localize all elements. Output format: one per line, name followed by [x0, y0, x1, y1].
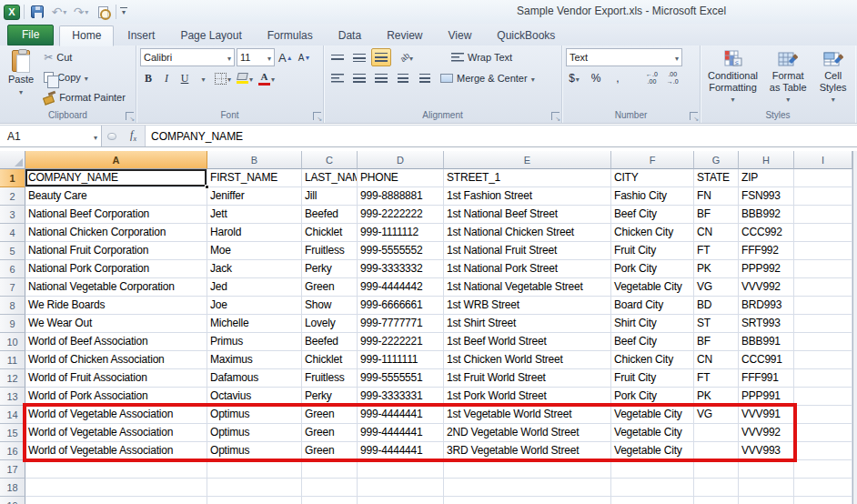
cell-B12[interactable]: Dafamous [207, 369, 302, 388]
cell-E8[interactable]: 1st WRB Street [444, 297, 611, 315]
column-header-C[interactable]: C [302, 151, 358, 169]
column-header-B[interactable]: B [207, 151, 302, 169]
orientation-button[interactable]: ab [393, 48, 420, 66]
cell-C17[interactable] [302, 460, 358, 479]
cell-I17[interactable] [794, 460, 852, 479]
print-preview-button[interactable] [94, 3, 112, 21]
cell-D15[interactable]: 999-4444441 [358, 424, 444, 442]
cell-H15[interactable]: VVV992 [739, 424, 794, 442]
cell-G7[interactable]: VG [694, 278, 739, 297]
column-header-H[interactable]: H [739, 151, 794, 169]
cell-A13[interactable]: World of Pork Association [25, 388, 207, 406]
align-right-button[interactable] [371, 69, 391, 87]
cell-I16[interactable] [794, 442, 852, 460]
bold-button[interactable]: B [140, 69, 156, 87]
cell-G18[interactable] [694, 479, 739, 497]
cell-D9[interactable]: 999-7777771 [358, 315, 444, 333]
cell-B6[interactable]: Jack [207, 260, 302, 278]
cell-G13[interactable]: PK [694, 388, 739, 406]
cell-I12[interactable] [794, 369, 852, 388]
cell-E12[interactable]: 1st Fruit World Street [444, 369, 611, 388]
cell-H6[interactable]: PPP992 [739, 260, 794, 278]
cell-I7[interactable] [794, 278, 852, 297]
decrease-indent-button[interactable] [393, 69, 413, 87]
cell-F12[interactable]: Fruit City [611, 369, 694, 388]
cell-H16[interactable]: VVV993 [739, 442, 794, 460]
cell-D17[interactable] [358, 460, 444, 479]
cell-F14[interactable]: Vegetable City [611, 406, 694, 424]
cell-F1[interactable]: CITY [611, 169, 694, 187]
cell-F13[interactable]: Pork City [611, 388, 694, 406]
cell-E17[interactable] [444, 460, 611, 479]
cut-button[interactable]: ✂Cut [41, 48, 128, 66]
cell-E14[interactable]: 1st Vegetable World Street [444, 406, 611, 424]
cell-H4[interactable]: CCC992 [739, 224, 794, 242]
cell-A5[interactable]: National Fruit Corporation [25, 242, 207, 260]
cell-G9[interactable]: ST [694, 315, 739, 333]
row-header-13[interactable]: 13 [0, 388, 25, 406]
cell-B3[interactable]: Jett [207, 206, 302, 224]
cell-I2[interactable] [794, 187, 852, 206]
copy-button[interactable]: Copy [41, 68, 128, 86]
column-header-I[interactable]: I [794, 151, 852, 169]
cell-C12[interactable]: Fruitless [302, 369, 358, 388]
underline-options-caret[interactable] [195, 69, 211, 87]
align-center-button[interactable] [349, 69, 369, 87]
cell-I14[interactable] [794, 406, 852, 424]
borders-button[interactable] [213, 69, 233, 87]
tab-home[interactable]: Home [59, 25, 114, 46]
cell-H1[interactable]: ZIP [739, 169, 794, 187]
cell-B15[interactable]: Optimus [207, 424, 302, 442]
cell-E18[interactable] [444, 479, 611, 497]
cell-F2[interactable]: Fashio City [611, 187, 694, 206]
cell-C10[interactable]: Beefed [302, 333, 358, 351]
cell-G6[interactable]: PK [694, 260, 739, 278]
cell-B17[interactable] [207, 460, 302, 479]
cell-A7[interactable]: National Vegetable Corporation [25, 278, 207, 297]
cell-E1[interactable]: STREET_1 [444, 169, 611, 187]
column-header-E[interactable]: E [444, 151, 611, 169]
cell-H8[interactable]: BRD993 [739, 297, 794, 315]
cell-I10[interactable] [794, 333, 852, 351]
bottom-align-button[interactable] [371, 48, 391, 66]
cell-D11[interactable]: 999-1111111 [358, 351, 444, 369]
comma-style-button[interactable]: , [610, 69, 626, 87]
row-header-5[interactable]: 5 [0, 242, 25, 260]
cell-G10[interactable]: BF [694, 333, 739, 351]
font-dialog-launcher[interactable] [313, 112, 321, 120]
number-dialog-launcher[interactable] [690, 112, 698, 120]
cell-E4[interactable]: 1st National Chicken Street [444, 224, 611, 242]
cell-G12[interactable]: FT [694, 369, 739, 388]
cell-E7[interactable]: 1st National Vegetable Street [444, 278, 611, 297]
cell-E15[interactable]: 2ND Vegetable World Street [444, 424, 611, 442]
font-size-combo[interactable]: 11 [237, 48, 275, 66]
row-header-9[interactable]: 9 [0, 315, 25, 333]
cell-D10[interactable]: 999-2222221 [358, 333, 444, 351]
excel-logo-icon[interactable]: X [4, 5, 20, 20]
cell-C13[interactable]: Perky [302, 388, 358, 406]
tab-file[interactable]: File [7, 25, 54, 45]
select-all-corner[interactable] [0, 151, 25, 169]
format-as-table-button[interactable]: Format as Table [765, 48, 811, 108]
cell-D6[interactable]: 999-3333332 [358, 260, 444, 278]
cell-G16[interactable] [694, 442, 739, 460]
cell-F7[interactable]: Vegetable City [611, 278, 694, 297]
cell-F17[interactable] [611, 460, 694, 479]
cell-A3[interactable]: National Beef Corporation [25, 206, 207, 224]
cell-E5[interactable]: 1st National Fruit Street [444, 242, 611, 260]
cell-G3[interactable]: BF [694, 206, 739, 224]
cell-B2[interactable]: Jeniffer [207, 187, 302, 206]
row-header-2[interactable]: 2 [0, 187, 25, 206]
cell-A16[interactable]: World of Vegetable Association [25, 442, 207, 460]
cell-D19[interactable] [358, 497, 444, 504]
cell-C1[interactable]: LAST_NAME [302, 169, 358, 187]
cell-I1[interactable] [794, 169, 852, 187]
cell-C3[interactable]: Beefed [302, 206, 358, 224]
cell-F19[interactable] [611, 497, 694, 504]
insert-function-button[interactable]: fx [122, 126, 146, 146]
row-header-16[interactable]: 16 [0, 442, 25, 460]
row-header-6[interactable]: 6 [0, 260, 25, 278]
name-box[interactable]: A1 [0, 126, 102, 146]
cell-I4[interactable] [794, 224, 852, 242]
tab-insert[interactable]: Insert [116, 26, 166, 45]
